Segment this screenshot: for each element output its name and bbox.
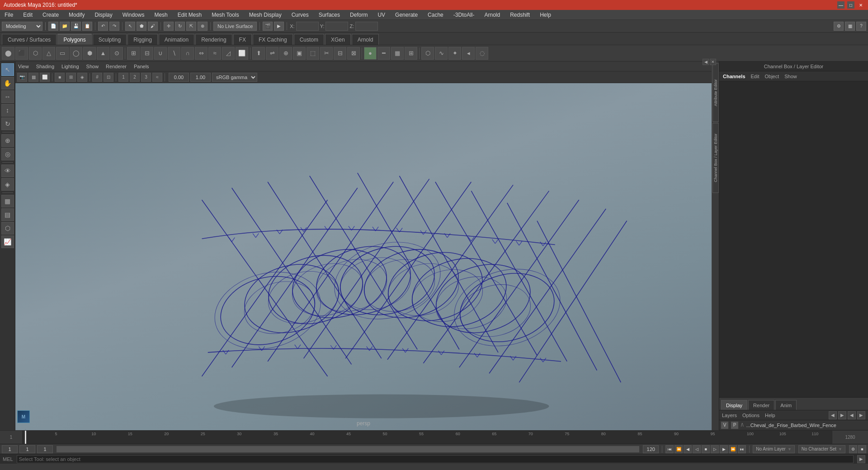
menu-uv[interactable]: UV (376, 11, 387, 19)
timeline[interactable]: 1 5 10 15 20 25 30 35 40 45 50 55 60 65 … (0, 430, 868, 444)
isolate-button[interactable]: ◈ (1, 178, 14, 191)
insert-edge[interactable]: ⊟ (334, 47, 346, 60)
node-editor-button[interactable]: ⬡ (1, 222, 14, 235)
crease-tool[interactable]: ∿ (435, 47, 448, 60)
panel-close-btn[interactable]: ✕ (710, 59, 716, 65)
br-tab-render[interactable]: Render (748, 400, 774, 410)
layer-next-btn[interactable]: ▶ (838, 411, 846, 419)
cb-tab-object[interactable]: Object (764, 74, 779, 79)
minimize-button[interactable]: — (837, 1, 844, 9)
y-field[interactable] (326, 22, 348, 31)
prev-key-button[interactable]: ◀ (684, 445, 692, 453)
stop-button[interactable]: ■ (702, 445, 710, 453)
quality-low[interactable]: 1 (118, 73, 128, 82)
play-button[interactable]: ▷ (711, 445, 719, 453)
rotate-tool[interactable]: ↻ (175, 22, 185, 31)
menu-file[interactable]: File (3, 11, 15, 19)
mirror-tool[interactable]: ⇔ (195, 47, 208, 60)
layers-menu-help[interactable]: Help (765, 413, 775, 418)
next-key-button[interactable]: ▶ (720, 445, 728, 453)
window-controls[interactable]: — □ ✕ (837, 1, 864, 9)
select-tool[interactable]: ↖ (125, 22, 135, 31)
circularize-tool[interactable]: ◌ (476, 47, 488, 60)
menu-arnold[interactable]: Arnold (482, 11, 502, 19)
menu-surfaces[interactable]: Surfaces (317, 11, 342, 19)
tab-custom[interactable]: Custom (294, 34, 324, 45)
soft-select-button[interactable]: ◎ (1, 148, 14, 160)
layer-collapse-btn[interactable]: ▶ (857, 411, 865, 419)
render-settings[interactable]: 🎬 (263, 22, 273, 31)
menu-mesh[interactable]: Mesh (152, 11, 169, 19)
quality-high[interactable]: 3 (141, 73, 151, 82)
menu-windows[interactable]: Windows (121, 11, 146, 19)
save-as-button[interactable]: 📋 (82, 22, 92, 31)
pipe-tool[interactable]: ⊙ (110, 47, 123, 60)
z-field[interactable] (355, 22, 378, 31)
bool-union[interactable]: ∪ (154, 47, 167, 60)
no-live-surface[interactable]: No Live Surface (213, 22, 257, 31)
tab-curves-surfaces[interactable]: Curves / Surfaces (2, 34, 57, 45)
viewport-menu-shading[interactable]: Shading (36, 64, 54, 69)
timeline-cursor[interactable] (25, 431, 26, 444)
select-mode-button[interactable]: ↖ (1, 63, 14, 76)
play-back-button[interactable]: ◁ (693, 445, 701, 453)
layout-button[interactable]: ▦ (845, 22, 855, 31)
open-file-button[interactable]: 📁 (60, 22, 70, 31)
pyramid-tool[interactable]: ▲ (97, 47, 109, 60)
attr-editor-tab[interactable]: Attribute Editor (712, 63, 719, 122)
anim-options-btn[interactable]: ■ (858, 445, 866, 453)
uv-editor-button[interactable]: ▤ (1, 208, 14, 221)
close-button[interactable]: ✕ (857, 1, 864, 9)
tab-fx[interactable]: FX (233, 34, 252, 45)
quadrangulate-tool[interactable]: ⬜ (236, 47, 248, 60)
menu-edit-mesh[interactable]: Edit Mesh (176, 11, 203, 19)
paint-select[interactable]: 🖌 (148, 22, 158, 31)
move-button[interactable]: ↕ (1, 104, 14, 117)
viewport-menu-show[interactable]: Show (86, 64, 99, 69)
undo-button[interactable]: ↶ (98, 22, 108, 31)
tab-rigging[interactable]: Rigging (127, 34, 158, 45)
mel-run-btn[interactable]: ▶ (857, 455, 865, 463)
cylinder-tool[interactable]: ⬡ (29, 47, 42, 60)
no-char-set[interactable]: No Character Set ▼ (798, 445, 845, 453)
prev-frame-button[interactable]: ⏪ (675, 445, 683, 453)
wireframe-btn[interactable]: ⬜ (40, 73, 50, 82)
exposure-field[interactable]: 0.00 (169, 73, 189, 82)
panel-collapse-btn[interactable]: ◀ (703, 59, 709, 65)
start-frame-field[interactable] (2, 445, 18, 453)
br-tab-display[interactable]: Display (721, 400, 747, 410)
menu-edit[interactable]: Edit (21, 11, 34, 19)
tab-fx-caching[interactable]: FX Caching (253, 34, 293, 45)
cube-tool[interactable]: ⬛ (15, 47, 28, 60)
grid-btn[interactable]: # (92, 73, 102, 82)
smooth-tool[interactable]: ≈ (208, 47, 221, 60)
torus-tool[interactable]: ◯ (70, 47, 82, 60)
end-frame-field[interactable] (643, 445, 659, 453)
poke-tool[interactable]: ✦ (448, 47, 461, 60)
viewport[interactable]: .wire { stroke: #1a1a8a; stroke-width: 1… (15, 83, 712, 430)
maximize-button[interactable]: □ (847, 1, 854, 9)
tab-rendering[interactable]: Rendering (195, 34, 232, 45)
menu-3dtall[interactable]: -3DtoAll- (452, 11, 476, 19)
menu-deform[interactable]: Deform (348, 11, 369, 19)
menu-cache[interactable]: Cache (426, 11, 445, 19)
gamma-field[interactable]: 1.00 (190, 73, 211, 82)
render[interactable]: ▶ (274, 22, 284, 31)
vertex-select[interactable]: ● (364, 47, 377, 60)
layer-playback-toggle[interactable]: P (731, 422, 738, 429)
quality-smooth[interactable]: ≈ (152, 73, 162, 82)
layers-menu-options[interactable]: Options (742, 413, 760, 418)
offset-edge[interactable]: ⊠ (347, 47, 360, 60)
extrude-tool[interactable]: ⬆ (252, 47, 265, 60)
layers-menu-layers[interactable]: Layers (722, 413, 737, 418)
snap-button[interactable]: ⊕ (1, 134, 14, 147)
viewport-menu-lighting[interactable]: Lighting (61, 64, 79, 69)
range-marker-field[interactable] (37, 445, 53, 453)
bridge-tool[interactable]: ⇌ (266, 47, 278, 60)
channel-box-tab-side[interactable]: Channel Box / Layer Editor (712, 123, 719, 193)
next-frame-button[interactable]: ⏩ (729, 445, 737, 453)
go-to-start-button[interactable]: ⏮ (665, 445, 674, 453)
mel-input[interactable] (17, 455, 854, 463)
wire-on-shade[interactable]: ⊞ (66, 73, 76, 82)
new-file-button[interactable]: 📄 (48, 22, 58, 31)
